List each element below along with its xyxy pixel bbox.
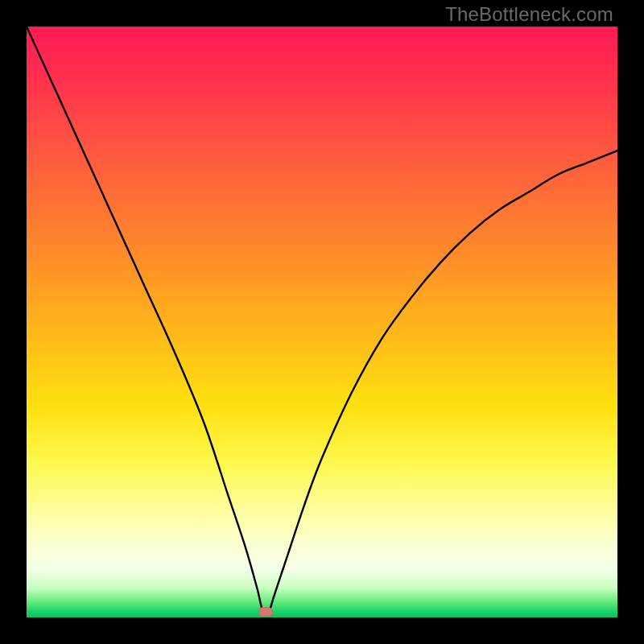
chart-frame: TheBottleneck.com: [0, 0, 644, 644]
bottleneck-curve: [27, 27, 617, 617]
curve-path: [27, 27, 617, 614]
plot-area: [27, 27, 617, 617]
watermark-text: TheBottleneck.com: [445, 3, 613, 26]
bottleneck-marker: [258, 607, 273, 617]
